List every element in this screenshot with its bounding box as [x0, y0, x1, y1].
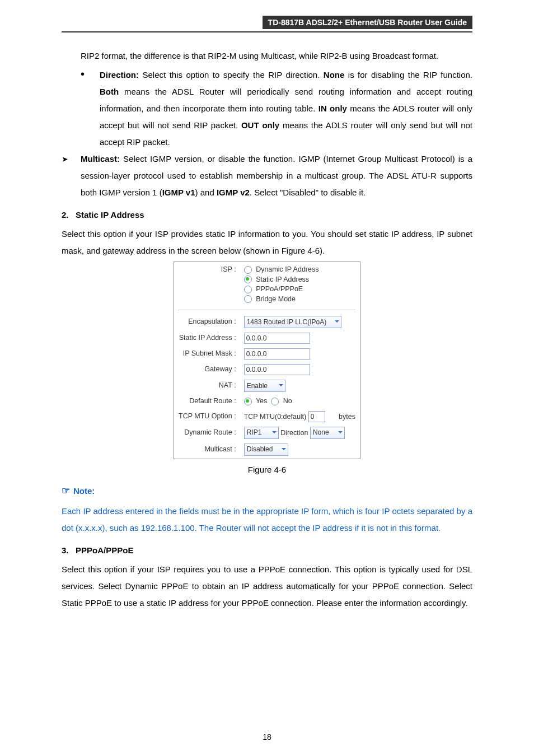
opt-pppoa: PPPoA/PPPoE: [256, 285, 303, 293]
subnet-mask-input[interactable]: [244, 348, 310, 360]
note-label: Note:: [73, 483, 95, 500]
header-underline: [62, 31, 472, 32]
radio-bridge[interactable]: [244, 295, 252, 303]
t: ) and: [195, 188, 217, 197]
section-3-title: PPPoA/PPPoE: [76, 545, 133, 555]
header-title: TD-8817B ADSL2/2+ Ethernet/USB Router Us…: [268, 18, 467, 27]
gateway-input[interactable]: [244, 364, 310, 375]
direction-label: Direction:: [100, 70, 139, 80]
figure-caption: Figure 4-6: [62, 461, 472, 478]
nat-value: Enable: [247, 381, 268, 391]
paragraph-rip2: RIP2 format, the difference is that RIP2…: [62, 48, 472, 64]
t: . Select "Disabled" to disable it.: [250, 188, 366, 197]
radio-static-ip[interactable]: [244, 276, 252, 283]
section-2-heading: 2. Static IP Address: [62, 207, 472, 223]
pointing-hand-icon: ☞: [62, 482, 70, 501]
default-route-label: Default Route :: [175, 395, 240, 408]
section-2-title: Static IP Address: [76, 210, 144, 220]
multicast-select[interactable]: Disabled: [244, 444, 288, 456]
arrow-icon: ➤: [62, 151, 81, 201]
radio-default-route-yes[interactable]: [244, 398, 252, 405]
direction-value: None: [313, 428, 329, 437]
gateway-label: Gateway :: [175, 362, 240, 377]
bullet-multicast: ➤ Multicast: Select IGMP version, or dis…: [62, 151, 472, 201]
isp-label: ISP :: [175, 263, 240, 306]
nat-select[interactable]: Enable: [244, 380, 285, 392]
outonly-bold: OUT only: [241, 120, 279, 130]
figure-4-6: ISP : Dynamic IP Address Static IP Addre…: [62, 262, 472, 459]
encap-value: 1483 Routed IP LLC(IPoA): [247, 318, 327, 327]
multicast-value: Disabled: [247, 445, 273, 454]
nat-label: NAT :: [175, 378, 240, 394]
t: is for disabling the RIP function.: [344, 70, 472, 80]
no-label: No: [283, 397, 292, 405]
section-3-heading: 3. PPPoA/PPPoE: [62, 542, 472, 559]
mtu-input[interactable]: [308, 411, 325, 422]
header-bar: TD-8817B ADSL2/2+ Ethernet/USB Router Us…: [263, 16, 472, 29]
radio-dynamic-ip[interactable]: [244, 266, 252, 274]
bytes-label: bytes: [339, 413, 355, 421]
static-ip-label: Static IP Address :: [175, 331, 240, 346]
paragraph-static-ip: Select this option if your ISP provides …: [62, 226, 472, 259]
section-3-num: 3.: [62, 545, 69, 555]
inonly-bold: IN only: [318, 104, 347, 113]
note-heading: ☞ Note:: [62, 482, 472, 501]
mtu-text: TCP MTU(0:default): [244, 413, 307, 421]
section-2-num: 2.: [62, 210, 69, 220]
opt-bridge: Bridge Mode: [256, 295, 296, 303]
radio-pppoa[interactable]: [244, 286, 252, 293]
dynamic-route-select[interactable]: RIP1: [244, 427, 279, 439]
t: Select this option to specify the RIP di…: [139, 70, 324, 80]
opt-static: Static IP Address: [256, 276, 309, 283]
paragraph-pppoe: Select this option if your ISP requires …: [62, 561, 472, 612]
yes-label: Yes: [256, 397, 267, 405]
dynamic-route-label: Dynamic Route :: [175, 425, 240, 441]
direction-text: Direction: [280, 428, 308, 436]
page-content: RIP2 format, the difference is that RIP2…: [62, 15, 472, 612]
encap-label: Encapsulation :: [175, 314, 240, 330]
opt-dynamic: Dynamic IP Address: [256, 265, 318, 273]
bullet-direction: • Direction: Select this option to speci…: [62, 67, 472, 151]
subnet-mask-label: IP Subnet Mask :: [175, 347, 240, 361]
multicast-label: Multicast:: [81, 154, 120, 164]
bullet-dot-icon: •: [81, 67, 100, 151]
igmpv2-bold: IGMP v2: [217, 188, 250, 197]
page-number: 18: [0, 732, 534, 741]
multicast-fig-label: Multicast :: [175, 442, 240, 458]
dynamic-route-value: RIP1: [247, 428, 262, 437]
mtu-label: TCP MTU Option :: [175, 409, 240, 424]
encap-select[interactable]: 1483 Routed IP LLC(IPoA): [244, 316, 341, 328]
none-bold: None: [324, 70, 345, 80]
static-ip-input[interactable]: [244, 333, 310, 344]
note-body: Each IP address entered in the fields mu…: [62, 503, 472, 536]
igmpv1-bold: IGMP v1: [162, 188, 195, 197]
both-bold: Both: [100, 87, 119, 96]
radio-default-route-no[interactable]: [271, 398, 279, 405]
direction-select[interactable]: None: [310, 427, 345, 439]
